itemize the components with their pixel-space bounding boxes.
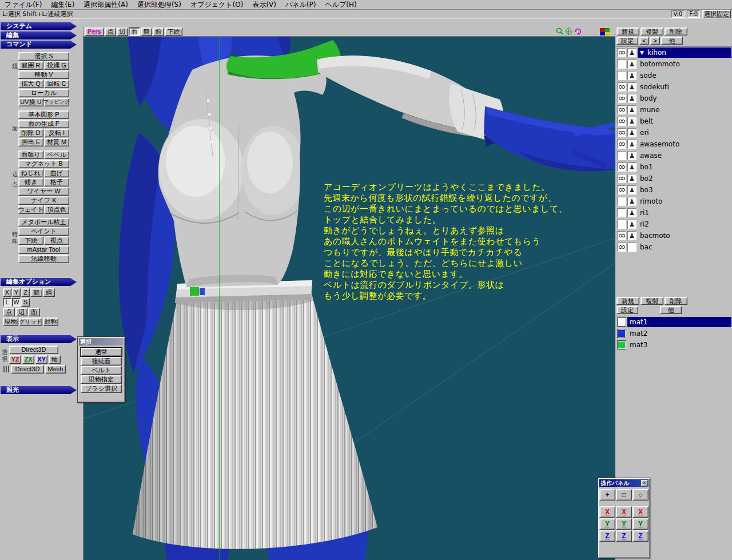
edit-toggle[interactable]: ♟ (627, 185, 636, 194)
visibility-toggle[interactable] (617, 151, 626, 160)
object-name[interactable]: sodekuti (638, 82, 731, 92)
visibility-toggle[interactable] (617, 82, 626, 92)
edit-toggle[interactable]: ♟ (627, 105, 636, 114)
object-name[interactable]: rimoto (638, 196, 731, 206)
object-name[interactable]: ri1 (638, 208, 731, 218)
cmd-local[interactable]: ローカル (18, 89, 69, 97)
edit-toggle[interactable]: ♟ (627, 208, 636, 217)
object-name[interactable]: mune (638, 105, 731, 115)
vp-simple-button[interactable]: 簡 (141, 27, 152, 36)
cmd-mastar-tool[interactable]: mAstar Tool (18, 245, 69, 254)
panel-header-lighting[interactable]: 照光 (1, 386, 77, 394)
menu-file[interactable]: ファイル(F) (0, 0, 46, 10)
scale-mode-button[interactable]: □ (616, 489, 632, 501)
panel-header-edit-options[interactable]: 編集オプション (1, 278, 77, 286)
edit-toggle[interactable]: ♟ (627, 48, 636, 57)
zoom-magnifier-icon[interactable] (556, 27, 563, 35)
menu-object[interactable]: オブジェクト(O) (186, 0, 248, 10)
opt-rope[interactable]: 縄 (43, 288, 55, 297)
cmd-create-face[interactable]: 面の生成 F (18, 120, 69, 128)
edit-toggle[interactable]: ♟ (627, 231, 636, 240)
cmd-paint[interactable]: ペイント (18, 227, 69, 236)
visibility-toggle[interactable] (617, 105, 626, 114)
object-name[interactable]: ▼kihon (638, 47, 731, 58)
edit-toggle[interactable]: ♟ (627, 94, 636, 103)
scale-x-button[interactable]: X (616, 506, 632, 518)
pan-arrows-icon[interactable] (565, 27, 572, 35)
cmd-fill-face[interactable]: 面張り (18, 150, 43, 159)
object-name[interactable]: ri2 (638, 219, 731, 229)
cmd-twist[interactable]: ねじれ (18, 169, 43, 177)
edit-toggle[interactable]: ♟ (627, 174, 636, 183)
opt-current[interactable]: 現物 (3, 317, 18, 326)
control-panel-window[interactable]: 操作パネル × + □ ○ X X X Y Y Y Z Z Z (598, 478, 650, 558)
visibility-toggle[interactable] (617, 162, 626, 172)
edit-toggle[interactable]: ♟ (627, 220, 636, 229)
opt-symmetry[interactable]: 対称 (43, 317, 58, 326)
close-icon[interactable]: × (641, 480, 648, 486)
material-name[interactable]: mat3 (627, 340, 731, 350)
move-x-button[interactable]: X (599, 506, 615, 518)
object-duplicate-button[interactable]: 複製 (640, 27, 663, 35)
select-current-only-button[interactable]: 現物指定 (81, 375, 122, 384)
scale-z-button[interactable]: Z (616, 530, 632, 542)
rotate-y-button[interactable]: Y (632, 518, 649, 530)
move-y-button[interactable]: Y (599, 518, 615, 530)
opt-face[interactable]: 面 (28, 308, 40, 316)
material-swatch[interactable] (617, 329, 626, 338)
edit-toggle[interactable]: ♟ (627, 243, 636, 252)
cmd-move[interactable]: 移動 V (18, 70, 69, 79)
cmd-weight[interactable]: ウェイト (18, 205, 43, 214)
rotate-x-button[interactable]: X (632, 506, 649, 518)
rotate-mode-button[interactable]: ○ (632, 489, 649, 501)
object-name[interactable]: bo3 (638, 185, 731, 195)
object-name[interactable]: sode (638, 70, 731, 81)
object-name[interactable]: awase (638, 150, 731, 161)
vp-underlay-button[interactable]: 下絵 (165, 27, 182, 36)
opt-x[interactable]: X (3, 288, 11, 297)
renderer-mesh-button[interactable]: Mesh (45, 365, 66, 374)
vp-edge-button[interactable]: 辺 (117, 27, 128, 36)
view-mode-button[interactable]: Pers (85, 27, 104, 36)
visibility-toggle[interactable] (617, 197, 626, 206)
cmd-invert[interactable]: 反転 I (44, 129, 69, 137)
vp-front-button[interactable]: 前 (153, 27, 164, 36)
move-z-button[interactable]: Z (599, 530, 615, 542)
menu-view[interactable]: 表示(V) (248, 0, 281, 10)
opt-w[interactable]: W (12, 298, 21, 307)
vp-point-button[interactable]: 点 (105, 27, 116, 36)
opt-s[interactable]: S (21, 298, 30, 307)
edit-toggle[interactable]: ♟ (627, 140, 636, 149)
cmd-metaball[interactable]: メタボール粘土 (18, 218, 69, 227)
visibility-toggle[interactable] (617, 185, 626, 194)
cmd-primitive[interactable]: 基本図形 P (18, 110, 69, 119)
selection-lock-button[interactable]: 選択固定 (702, 10, 731, 18)
visibility-toggle[interactable] (617, 231, 626, 240)
object-name[interactable]: botommoto (638, 59, 731, 69)
menu-edit[interactable]: 編集(E) (46, 0, 79, 10)
opt-edge[interactable]: 辺 (15, 308, 27, 316)
visibility-toggle[interactable] (617, 174, 626, 183)
edit-toggle[interactable]: ♟ (627, 197, 636, 206)
object-name[interactable]: body (638, 93, 731, 104)
material-swatch[interactable] (617, 340, 626, 349)
panel-header-edit[interactable]: 編集 (1, 31, 77, 39)
opt-grid[interactable]: グリッド (19, 317, 42, 326)
cmd-uv-edit[interactable]: UV操 U (18, 98, 43, 106)
material-name[interactable]: mat2 (627, 328, 731, 339)
object-move-up-button[interactable]: < (639, 37, 649, 45)
object-name[interactable]: bacmoto (638, 231, 731, 241)
material-swatch[interactable] (617, 317, 626, 327)
material-other-button[interactable]: 他 (660, 306, 682, 314)
scale-y-button[interactable]: Y (616, 518, 632, 530)
orbit-rotate-icon[interactable] (574, 27, 582, 35)
cmd-normal-move[interactable]: 法線移動 (18, 255, 69, 263)
visibility-toggle[interactable] (617, 243, 626, 252)
object-delete-button[interactable]: 削除 (665, 27, 687, 35)
cmd-lattice[interactable]: 格子 (44, 178, 69, 186)
select-connected-face-button[interactable]: 接続面 (81, 357, 122, 366)
visibility-toggle[interactable] (617, 59, 626, 69)
cmd-scale[interactable]: 拡大 Q (18, 80, 43, 88)
view-zx-button[interactable]: ZX (22, 355, 34, 364)
material-duplicate-button[interactable]: 複製 (640, 297, 663, 305)
